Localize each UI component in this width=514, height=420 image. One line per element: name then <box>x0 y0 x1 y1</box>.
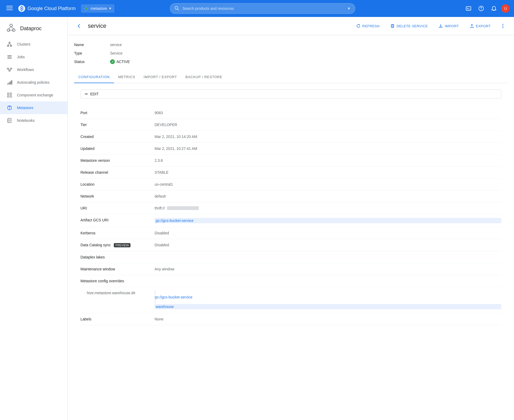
location-label: Location <box>80 182 155 186</box>
sidebar-item-notebooks[interactable]: Notebooks <box>0 114 67 127</box>
warehouse-dir-link-1[interactable]: gs://gcs-bucket-service <box>155 295 501 299</box>
tier-value: DEVELOPER <box>155 123 501 127</box>
tab-backup-restore[interactable]: BACKUP / RESTORE <box>181 71 227 83</box>
artifact-gcs-uri-link[interactable]: gs://gcs-bucket-service <box>156 218 193 223</box>
preview-badge: PREVIEW <box>114 243 130 247</box>
metastore-version-label: Metastore version <box>80 158 155 163</box>
more-options-button[interactable] <box>498 21 508 31</box>
component-exchange-icon <box>6 92 13 98</box>
sidebar-item-workflows[interactable]: Workflows <box>0 63 67 76</box>
updated-label: Updated <box>80 146 155 151</box>
tab-import-export[interactable]: IMPORT / EXPORT <box>139 71 181 83</box>
export-button[interactable]: EXPORT <box>466 21 494 30</box>
svg-rect-22 <box>10 68 12 69</box>
main-content: service REFRESH DELETE SERVICE I <box>68 17 514 420</box>
clusters-icon <box>6 41 13 47</box>
metastore-config-overrides-label: Metastore config overrides <box>80 279 155 283</box>
uri-prefix: thrift:// <box>155 206 165 210</box>
name-value: service <box>110 42 508 48</box>
platform-name: Google Cloud Platform <box>28 6 76 11</box>
project-selector[interactable]: metastore ▼ <box>81 4 114 13</box>
updated-value: Mar 2, 2021, 10:27:41 AM <box>155 146 501 151</box>
tab-configuration[interactable]: CONFIGURATION <box>74 71 114 83</box>
help-button[interactable] <box>476 3 486 14</box>
status-value: ACTIVE <box>116 60 130 64</box>
config-row-network: Network default <box>80 190 501 202</box>
import-button[interactable]: IMPORT <box>435 21 462 30</box>
svg-point-34 <box>502 25 503 26</box>
account-button[interactable]: U <box>501 4 510 13</box>
svg-rect-32 <box>7 119 8 122</box>
notebooks-icon <box>6 117 13 124</box>
svg-rect-21 <box>9 70 10 71</box>
status-label: Status <box>74 59 106 65</box>
notifications-button[interactable] <box>489 3 499 14</box>
tier-label: Tier <box>80 123 155 127</box>
sidebar-item-clusters-label: Clusters <box>17 42 30 46</box>
refresh-button[interactable]: REFRESH <box>353 21 383 30</box>
artifact-gcs-uri-label: Artifact GCS URI <box>80 218 155 222</box>
tab-metrics[interactable]: METRICS <box>114 71 139 83</box>
sidebar-item-workflows-label: Workflows <box>17 68 34 72</box>
uri-redacted <box>167 206 199 210</box>
metastore-icon <box>6 105 13 111</box>
warehouse-dir-link-2[interactable]: warehouse <box>156 305 500 309</box>
app-logo: Google Cloud Platform <box>18 5 76 12</box>
configuration-tab-content: ✏ EDIT Port 9083 Tier DEVELOPER Created … <box>74 83 508 332</box>
network-label: Network <box>80 194 155 198</box>
page-title: service <box>88 23 349 29</box>
kerberos-label: Kerberos <box>80 231 155 235</box>
cloud-shell-button[interactable] <box>463 3 474 14</box>
svg-rect-29 <box>7 96 9 97</box>
svg-rect-27 <box>7 93 9 95</box>
tabs-bar: CONFIGURATION METRICS IMPORT / EXPORT BA… <box>74 71 508 83</box>
edit-label: EDIT <box>90 92 99 96</box>
config-row-artifact-gcs-uri: Artifact GCS URI gs://gcs-bucket-service <box>80 214 501 227</box>
edit-button[interactable]: ✏ EDIT <box>80 90 501 99</box>
svg-rect-30 <box>10 96 12 97</box>
sidebar-item-jobs[interactable]: Jobs <box>0 51 67 63</box>
svg-point-33 <box>502 24 503 25</box>
search-bar[interactable]: Search products and resources ▼ <box>170 3 355 14</box>
sidebar-item-jobs-label: Jobs <box>17 55 25 59</box>
config-row-uri: URI thrift:// <box>80 202 501 214</box>
metastore-version-value: 2.3.6 <box>155 158 501 163</box>
sidebar-item-clusters[interactable]: Clusters <box>0 38 67 51</box>
status-badge: ACTIVE <box>110 59 508 65</box>
back-button[interactable] <box>74 21 84 31</box>
layout: Dataproc Clusters Jobs <box>0 17 514 420</box>
sidebar-item-autoscaling[interactable]: Autoscaling policies <box>0 76 67 89</box>
name-label: Name <box>74 42 106 48</box>
search-placeholder: Search products and resources <box>182 6 347 11</box>
sidebar-item-component-exchange-label: Component exchange <box>17 93 53 97</box>
autoscaling-icon <box>6 79 13 86</box>
dataproc-icon <box>6 23 16 34</box>
hive-metastore-key: hive.metastore.warehouse.dir <box>80 291 155 295</box>
svg-point-10 <box>481 9 481 10</box>
content-area: Name service Type Service Status ACTIVE … <box>68 35 514 338</box>
config-row-port: Port 9083 <box>80 107 501 119</box>
maintenance-window-label: Maintenance window <box>80 267 155 271</box>
network-value: default <box>155 194 501 198</box>
project-dropdown-icon: ▼ <box>109 7 112 10</box>
config-row-maintenance-window: Maintenance window Any window <box>80 263 501 275</box>
sidebar-item-component-exchange[interactable]: Component exchange <box>0 89 67 101</box>
type-label: Type <box>74 50 106 56</box>
config-row-metastore-config-overrides: Metastore config overrides <box>80 275 501 287</box>
port-label: Port <box>80 111 155 115</box>
sidebar-item-autoscaling-label: Autoscaling policies <box>17 80 49 84</box>
sidebar-item-metastore[interactable]: Metastore <box>0 101 67 114</box>
svg-rect-19 <box>7 58 12 59</box>
config-row-kerberos: Kerberos Disabled <box>80 227 501 239</box>
delete-service-button[interactable]: DELETE SERVICE <box>387 21 431 30</box>
service-info: Name service Type Service Status ACTIVE <box>74 42 508 65</box>
page-header: service REFRESH DELETE SERVICE I <box>68 17 514 35</box>
menu-icon[interactable] <box>4 3 15 15</box>
type-value: Service <box>110 50 508 56</box>
labels-value: None <box>155 317 501 321</box>
sidebar-item-metastore-label: Metastore <box>17 106 33 110</box>
config-row-tier: Tier DEVELOPER <box>80 119 501 131</box>
config-row-release-channel: Release channel STABLE <box>80 167 501 178</box>
config-row-dataplex-lakes: Dataplex lakes <box>80 251 501 263</box>
config-row-updated: Updated Mar 2, 2021, 10:27:41 AM <box>80 143 501 155</box>
